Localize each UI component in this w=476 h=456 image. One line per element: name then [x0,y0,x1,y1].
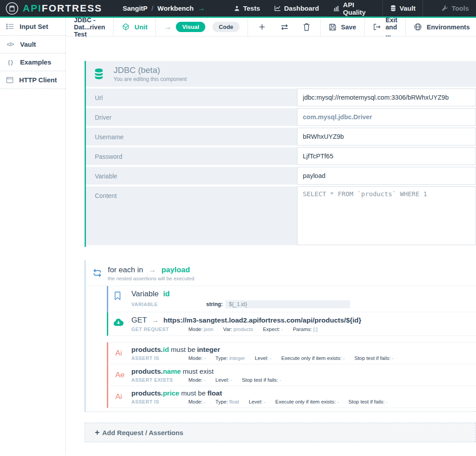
nav-vault-label: Vault [399,4,415,12]
breadcrumb-user[interactable]: SangitP [122,4,147,12]
view-mode-cell: → Visual Code [156,18,248,36]
password-input[interactable] [297,147,476,165]
unit-label: Unit [134,23,147,31]
username-input[interactable] [297,128,476,145]
field-label: Variable [86,167,297,185]
breadcrumb-page[interactable]: Workbench [158,4,194,12]
field-row-password: Password [86,147,476,165]
list-icon [6,23,14,30]
content-sql-textarea[interactable]: SELECT * FROM `products` WHERE 1 [297,186,476,245]
fortress-emblem-icon [5,2,19,15]
field-row-content: Content SELECT * FROM `products` WHERE 1 [86,186,476,247]
test-name-cell[interactable]: JDBC - Dat...riven Test [66,18,114,36]
environments-label: Environments [427,24,470,31]
unit-diamond-icon [122,23,130,31]
breadcrumb-separator: / [151,4,153,12]
bookmark-icon [113,291,122,301]
brand-logo[interactable]: APIFORTRESS [0,2,102,15]
braces-icon: { } [6,59,14,65]
variable-component[interactable]: Variable id VARIABLE string: ${_1.id} [107,286,476,312]
database-icon [390,5,396,12]
nav-api-quality-label: API Quality [343,1,375,16]
field-label: Driver [86,108,297,126]
sidebar-item-input-set[interactable]: Input Set [0,18,65,36]
get-meta: Mode:json Var:products Expect:- Params:[… [188,327,317,332]
variable-title: Variable [131,290,159,299]
assert-is-price[interactable]: Ai products.pricemust befloat ASSERT IS … [107,386,476,408]
get-arrow-icon: → [151,316,159,325]
assert-is-id[interactable]: Ai products.idmust beinteger ASSERT IS M… [107,342,476,364]
foreach-component[interactable]: for each in → payload the nested asserti… [85,260,476,286]
sidebar-item-label: HTTP Client [19,76,57,84]
save-button[interactable]: Save [321,18,365,36]
url-input[interactable] [297,89,476,106]
component-title: JDBC (beta) [114,65,187,75]
field-label: Username [86,128,297,145]
exit-button[interactable]: Exit and ... [365,18,406,36]
foreach-label: for each in [108,266,143,274]
component-kind: ASSERT IS [131,399,188,404]
sidebar-item-label: Input Set [20,23,48,30]
globe-icon [414,23,422,31]
browser-window-icon [6,77,13,83]
plus-icon: + [95,428,100,437]
wrench-icon [442,5,448,12]
visual-mode-button[interactable]: Visual [176,22,205,32]
unit-button[interactable]: Unit [114,18,156,36]
nav-tests[interactable]: Tests [227,0,267,16]
field-label: Password [86,147,297,165]
nav-vault[interactable]: Vault [383,0,423,16]
sidebar-item-label: Examples [20,58,51,66]
foreach-target: payload [161,266,190,274]
string-value: ${_1.id} [225,300,350,308]
nav-tools[interactable]: Tools [435,0,476,16]
mode-arrow-icon: → [164,23,171,32]
sidebar-item-examples[interactable]: { } Examples [0,53,65,71]
field-row-username: Username [86,128,476,145]
foreach-subtitle: the nested assertions will be executed [108,276,476,281]
database-icon [93,68,105,80]
sidebar: Input Set </> Vault { } Examples HTTP Cl… [0,18,66,455]
sidebar-item-vault[interactable]: </> Vault [0,36,65,53]
nav-dashboard-label: Dashboard [284,4,319,12]
brand-wordmark: APIFORTRESS [23,3,102,14]
delete-component-button[interactable] [303,23,310,31]
driver-input[interactable] [297,108,476,126]
foreach-arrow-icon: → [148,266,156,274]
environments-button[interactable]: Environments [406,18,476,36]
save-label: Save [341,24,356,31]
nav-tools-label: Tools [452,4,469,12]
field-row-driver: Driver [86,108,476,126]
component-kind: GET REQUEST [131,327,188,332]
nav-api-quality[interactable]: API Quality [326,0,382,16]
bar-chart-icon [333,5,340,12]
workbench-toolbar: JDBC - Dat...riven Test Unit → Visual Co… [66,18,476,36]
save-floppy-icon [329,23,337,31]
assert-exists-name[interactable]: Ae products.namemust exist ASSERT EXISTS… [107,364,476,386]
swap-components-button[interactable] [280,23,289,31]
breadcrumb-arrow-icon: → [198,4,205,13]
foreach-group: for each in → payload the nested asserti… [85,260,476,412]
variable-input[interactable] [297,167,476,185]
assert-is-badge: Ai [115,392,122,401]
get-request-component[interactable]: GET → https://m3-sangtest.load2.apifortr… [107,312,476,336]
add-component-button[interactable] [258,23,266,31]
cloud-download-icon [113,317,124,327]
nav-tests-label: Tests [243,4,260,12]
code-icon: </> [6,41,14,48]
field-row-url: Url [86,89,476,106]
sidebar-item-http-client[interactable]: HTTP Client [0,71,65,89]
user-icon [234,5,240,12]
loop-icon [92,267,103,278]
nav-divider [423,0,423,16]
code-mode-button[interactable]: Code [212,22,240,32]
breadcrumb: SangitP / Workbench → [122,4,205,13]
app-header: APIFORTRESS SangitP / Workbench → Tests … [0,0,476,18]
top-navigation: Tests Dashboard API Quality Vault [227,0,476,16]
add-request-assertions-button[interactable]: + Add Request / Assertions [85,423,476,442]
assert-exists-badge: Ae [115,371,125,379]
nav-dashboard[interactable]: Dashboard [267,0,326,16]
string-label: string: [206,301,223,307]
exit-label: Exit and ... [386,16,398,38]
field-label: Content [86,186,297,245]
